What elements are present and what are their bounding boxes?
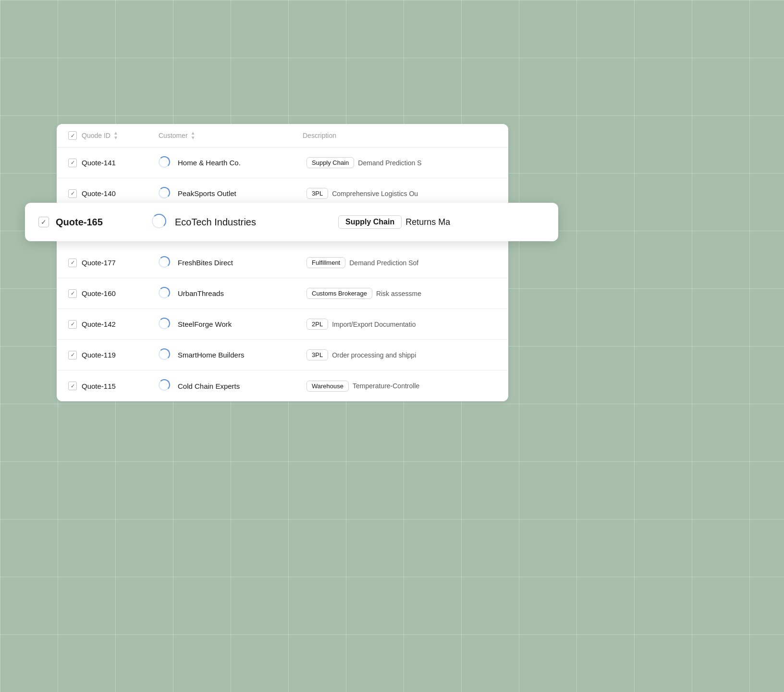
table-row[interactable]: ✓ Quote-142 SteelForge Work 2PL Import/E… bbox=[57, 309, 508, 340]
spinner bbox=[159, 156, 174, 170]
checkbox-icon[interactable]: ✓ bbox=[68, 382, 77, 390]
checkbox-icon[interactable]: ✓ bbox=[38, 217, 49, 227]
description-text: Demand Prediction Sof bbox=[349, 259, 418, 267]
checkbox-icon[interactable]: ✓ bbox=[68, 259, 77, 267]
table-row[interactable]: ✓ Quote-177 FreshBites Direct Fulfillmen… bbox=[57, 247, 508, 278]
col-desc-label: Description bbox=[303, 132, 336, 139]
description-text: Demand Prediction S bbox=[358, 159, 421, 167]
column-header-customer[interactable]: Customer ▲ ▼ bbox=[159, 131, 303, 140]
row-checkbox[interactable]: ✓ bbox=[68, 351, 82, 359]
quote-id: Quote-141 bbox=[82, 159, 159, 167]
spinner bbox=[159, 256, 174, 270]
spinner bbox=[159, 287, 174, 300]
checkbox-icon[interactable]: ✓ bbox=[68, 320, 77, 329]
spinner bbox=[159, 348, 174, 362]
quote-id: Quote-115 bbox=[82, 382, 159, 390]
row-description: 2PL Import/Export Documentatio bbox=[306, 319, 497, 330]
customer-name: FreshBites Direct bbox=[178, 259, 306, 267]
column-header-id[interactable]: Quode ID ▲ ▼ bbox=[82, 131, 159, 140]
tag-badge: 3PL bbox=[306, 188, 328, 199]
row-checkbox[interactable]: ✓ bbox=[68, 159, 82, 167]
description-text: Risk assessme bbox=[376, 290, 421, 297]
quote-id: Quote-160 bbox=[82, 289, 159, 297]
customer-name: PeakSports Outlet bbox=[178, 189, 306, 198]
description-text: Comprehensive Logistics Ou bbox=[332, 190, 418, 198]
row-checkbox[interactable]: ✓ bbox=[38, 217, 56, 227]
checkbox-icon[interactable]: ✓ bbox=[68, 189, 77, 198]
col-customer-label: Customer bbox=[159, 132, 188, 139]
row-description: Supply Chain Demand Prediction S bbox=[306, 157, 497, 168]
spinner-circle bbox=[159, 287, 170, 298]
quotes-table: ✓ Quode ID ▲ ▼ Customer ▲ ▼ Description … bbox=[57, 124, 508, 401]
column-header-description: Description bbox=[303, 131, 497, 140]
customer-name: Home & Hearth Co. bbox=[178, 159, 306, 167]
tag-badge: Warehouse bbox=[306, 381, 349, 392]
row-checkbox[interactable]: ✓ bbox=[68, 289, 82, 298]
header-checkbox-col: ✓ bbox=[68, 131, 82, 140]
row-description: Supply Chain Returns Ma bbox=[338, 215, 545, 229]
quote-id: Quote-140 bbox=[82, 189, 159, 198]
row-description: 3PL Comprehensive Logistics Ou bbox=[306, 188, 497, 199]
description-text: Temperature-Controlle bbox=[353, 382, 419, 390]
table-row[interactable]: ✓ Quote-119 SmartHome Builders 3PL Order… bbox=[57, 340, 508, 371]
spinner-circle bbox=[159, 348, 170, 360]
row-description: Customs Brokerage Risk assessme bbox=[306, 288, 497, 299]
customer-name: SteelForge Work bbox=[178, 320, 306, 328]
table-row[interactable]: ✓ Quote-115 Cold Chain Experts Warehouse… bbox=[57, 371, 508, 401]
tag-badge: 3PL bbox=[306, 349, 328, 360]
spinner-circle bbox=[159, 318, 170, 329]
tag-badge: Fulfillment bbox=[306, 257, 345, 268]
tag-badge: 2PL bbox=[306, 319, 328, 330]
table-header: ✓ Quode ID ▲ ▼ Customer ▲ ▼ Description bbox=[57, 124, 508, 148]
sort-customer-icon: ▲ ▼ bbox=[191, 131, 196, 140]
spinner-circle bbox=[159, 256, 170, 268]
header-checkbox[interactable]: ✓ bbox=[68, 131, 77, 140]
customer-name: EcoTech Industries bbox=[175, 217, 338, 228]
checkbox-icon[interactable]: ✓ bbox=[68, 289, 77, 298]
row-checkbox[interactable]: ✓ bbox=[68, 259, 82, 267]
row-description: Fulfillment Demand Prediction Sof bbox=[306, 257, 497, 268]
sort-id-icon: ▲ ▼ bbox=[113, 131, 118, 140]
spinner bbox=[152, 214, 167, 230]
customer-name: Cold Chain Experts bbox=[178, 382, 306, 390]
row-checkbox[interactable]: ✓ bbox=[68, 320, 82, 329]
highlighted-quote-row[interactable]: ✓ Quote-165 EcoTech Industries Supply Ch… bbox=[25, 203, 558, 241]
description-text: Returns Ma bbox=[405, 217, 450, 227]
tag-badge: Supply Chain bbox=[338, 215, 402, 229]
col-id-label: Quode ID bbox=[82, 132, 110, 139]
checkbox-icon[interactable]: ✓ bbox=[68, 351, 77, 359]
tag-badge: Customs Brokerage bbox=[306, 288, 372, 299]
description-text: Order processing and shippi bbox=[332, 351, 416, 359]
table-row[interactable]: ✓ Quote-160 UrbanThreads Customs Brokera… bbox=[57, 278, 508, 309]
quote-id: Quote-142 bbox=[82, 320, 159, 328]
spinner bbox=[159, 187, 174, 200]
row-description: 3PL Order processing and shippi bbox=[306, 349, 497, 360]
tag-badge: Supply Chain bbox=[306, 157, 354, 168]
spinner bbox=[159, 379, 174, 393]
row-checkbox[interactable]: ✓ bbox=[68, 189, 82, 198]
customer-name: UrbanThreads bbox=[178, 289, 306, 297]
row-checkbox[interactable]: ✓ bbox=[68, 382, 82, 390]
checkbox-icon[interactable]: ✓ bbox=[68, 159, 77, 167]
quote-id: Quote-177 bbox=[82, 259, 159, 267]
spinner-circle bbox=[159, 187, 170, 198]
spinner-circle bbox=[152, 214, 166, 228]
quote-id: Quote-119 bbox=[82, 351, 159, 359]
spinner bbox=[159, 318, 174, 331]
row-description: Warehouse Temperature-Controlle bbox=[306, 381, 497, 392]
customer-name: SmartHome Builders bbox=[178, 351, 306, 359]
table-row[interactable]: ✓ Quote-141 Home & Hearth Co. Supply Cha… bbox=[57, 148, 508, 178]
description-text: Import/Export Documentatio bbox=[332, 321, 416, 328]
spinner-circle bbox=[159, 379, 170, 391]
quote-id: Quote-165 bbox=[56, 217, 152, 228]
spinner-circle bbox=[159, 156, 170, 168]
